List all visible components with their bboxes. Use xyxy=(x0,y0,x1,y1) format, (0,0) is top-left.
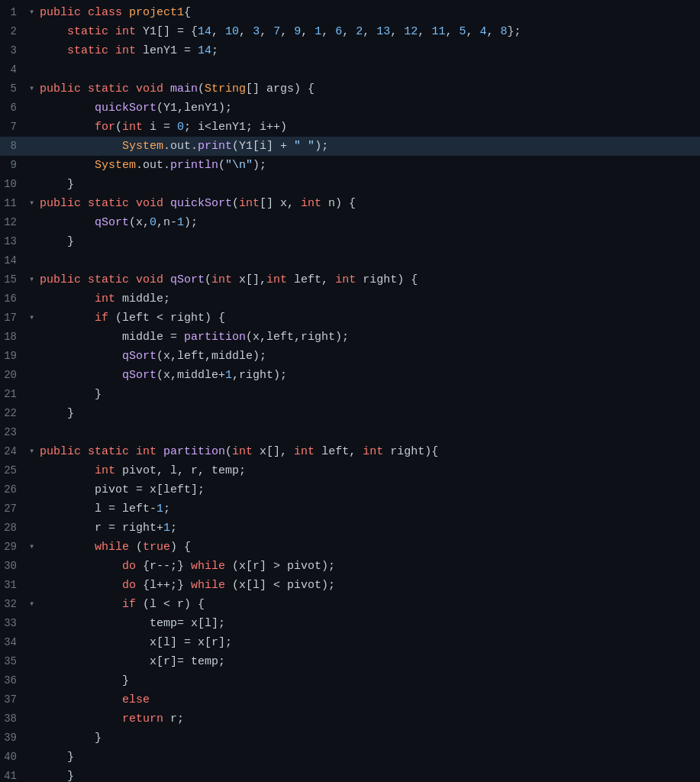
line-content-5: public static void main(String[] args) { xyxy=(40,80,700,99)
line-content-2: static int Y1[] = {14, 10, 3, 7, 9, 1, 6… xyxy=(40,23,700,41)
line-arrow-11: ▾ xyxy=(29,196,40,211)
line-content-12: qSort(x,0,n-1); xyxy=(40,214,700,232)
line-content-28: r = right+1; xyxy=(40,519,700,538)
line-content-18: middle = partition(x,left,right); xyxy=(40,328,700,347)
line-content-37: else xyxy=(40,691,700,709)
line-num-18: 18 xyxy=(0,328,29,345)
line-num-16: 16 xyxy=(0,290,29,307)
line-num-13: 13 xyxy=(0,233,29,250)
code-line-37: 37 else xyxy=(0,690,700,709)
line-num-10: 10 xyxy=(0,176,29,192)
line-content-31: do {l++;} while (x[l] < pivot); xyxy=(40,577,700,595)
line-num-5: 5 xyxy=(0,80,29,97)
line-arrow-24: ▾ xyxy=(29,444,40,459)
line-content-38: return r; xyxy=(40,710,700,729)
line-content-11: public static void quickSort(int[] x, in… xyxy=(40,195,700,213)
line-content-29: while (true) { xyxy=(40,538,700,557)
code-line-40: 40 } xyxy=(0,748,700,767)
line-num-6: 6 xyxy=(0,99,29,116)
line-content-36: } xyxy=(40,672,700,690)
line-content-24: public static int partition(int x[], int… xyxy=(40,443,700,461)
line-num-11: 11 xyxy=(0,195,29,212)
line-num-34: 34 xyxy=(0,634,29,651)
line-content-34: x[l] = x[r]; xyxy=(40,634,700,652)
line-content-39: } xyxy=(40,729,700,748)
line-content-30: do {r--;} while (x[r] > pivot); xyxy=(40,557,700,576)
code-line-31: 31 do {l++;} while (x[l] < pivot); xyxy=(0,576,700,595)
line-content-3: static int lenY1 = 14; xyxy=(40,42,700,60)
code-line-11: 11 ▾ public static void quickSort(int[] … xyxy=(0,194,700,213)
code-line-15: 15 ▾ public static void qSort(int x[],in… xyxy=(0,270,700,289)
line-num-35: 35 xyxy=(0,653,29,670)
line-num-29: 29 xyxy=(0,538,29,555)
line-num-8: 8 xyxy=(0,137,29,154)
line-content-7: for(int i = 0; i<lenY1; i++) xyxy=(40,118,700,137)
code-line-12: 12 qSort(x,0,n-1); xyxy=(0,213,700,232)
line-num-1: 1 xyxy=(0,4,29,21)
line-content-6: quickSort(Y1,lenY1); xyxy=(40,99,700,118)
line-num-2: 2 xyxy=(0,23,29,40)
code-line-32: 32 ▾ if (l < r) { xyxy=(0,595,700,614)
code-line-36: 36 } xyxy=(0,671,700,690)
line-num-37: 37 xyxy=(0,691,29,708)
line-num-33: 33 xyxy=(0,615,29,632)
code-line-14: 14 xyxy=(0,251,700,270)
line-content-1: public class project1{ xyxy=(40,4,700,22)
line-content-19: qSort(x,left,middle); xyxy=(40,347,700,366)
code-line-16: 16 int middle; xyxy=(0,289,700,309)
code-line-10: 10 } xyxy=(0,175,700,194)
line-num-17: 17 xyxy=(0,309,29,326)
line-content-20: qSort(x,middle+1,right); xyxy=(40,367,700,385)
line-num-28: 28 xyxy=(0,519,29,536)
code-line-39: 39 } xyxy=(0,729,700,748)
code-line-4: 4 xyxy=(0,60,700,79)
line-arrow-29: ▾ xyxy=(29,540,40,554)
line-num-14: 14 xyxy=(0,252,29,269)
line-content-25: int pivot, l, r, temp; xyxy=(40,462,700,480)
line-content-22: } xyxy=(40,405,700,423)
code-line-21: 21 } xyxy=(0,385,700,404)
line-num-41: 41 xyxy=(0,767,29,782)
line-arrow-1: ▾ xyxy=(29,5,40,20)
line-num-12: 12 xyxy=(0,214,29,231)
line-num-27: 27 xyxy=(0,500,29,517)
line-num-39: 39 xyxy=(0,729,29,746)
line-content-10: } xyxy=(40,176,700,194)
line-num-40: 40 xyxy=(0,748,29,765)
code-line-25: 25 int pivot, l, r, temp; xyxy=(0,461,700,480)
line-content-16: int middle; xyxy=(40,290,700,309)
code-editor: 1 ▾ public class project1{ 2 static int … xyxy=(0,0,700,782)
line-num-19: 19 xyxy=(0,347,29,364)
code-line-19: 19 qSort(x,left,middle); xyxy=(0,347,700,366)
code-line-29: 29 ▾ while (true) { xyxy=(0,538,700,557)
code-line-20: 20 qSort(x,middle+1,right); xyxy=(0,366,700,385)
code-line-3: 3 static int lenY1 = 14; xyxy=(0,41,700,60)
line-num-20: 20 xyxy=(0,367,29,383)
line-num-32: 32 xyxy=(0,596,29,612)
code-line-6: 6 quickSort(Y1,lenY1); xyxy=(0,99,700,118)
code-line-5: 5 ▾ public static void main(String[] arg… xyxy=(0,79,700,99)
line-content-35: x[r]= temp; xyxy=(40,653,700,671)
code-line-2: 2 static int Y1[] = {14, 10, 3, 7, 9, 1,… xyxy=(0,22,700,41)
line-num-22: 22 xyxy=(0,405,29,422)
code-line-23: 23 xyxy=(0,423,700,442)
code-line-38: 38 return r; xyxy=(0,709,700,729)
code-line-33: 33 temp= x[l]; xyxy=(0,614,700,633)
code-line-27: 27 l = left-1; xyxy=(0,499,700,519)
line-num-21: 21 xyxy=(0,386,29,402)
line-content-40: } xyxy=(40,748,700,767)
line-num-25: 25 xyxy=(0,462,29,479)
code-line-41: 41 } xyxy=(0,767,700,782)
line-content-26: pivot = x[left]; xyxy=(40,481,700,499)
line-num-3: 3 xyxy=(0,42,29,59)
line-num-24: 24 xyxy=(0,443,29,460)
code-line-26: 26 pivot = x[left]; xyxy=(0,480,700,499)
line-num-31: 31 xyxy=(0,577,29,593)
line-num-15: 15 xyxy=(0,271,29,288)
line-content-8: System.out.print(Y1[i] + " "); xyxy=(40,137,700,156)
line-arrow-15: ▾ xyxy=(29,273,40,287)
line-arrow-32: ▾ xyxy=(29,597,40,612)
code-line-22: 22 } xyxy=(0,404,700,423)
line-num-9: 9 xyxy=(0,157,29,173)
code-line-35: 35 x[r]= temp; xyxy=(0,652,700,671)
